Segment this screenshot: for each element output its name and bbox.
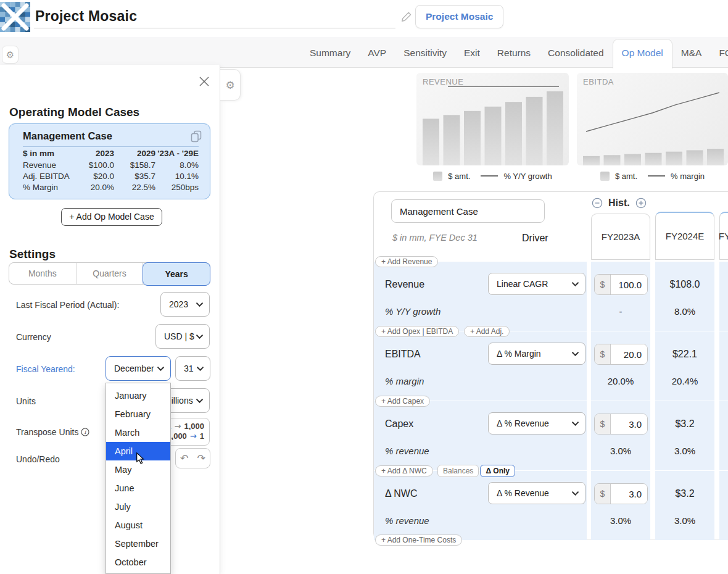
hist-controls: Hist. xyxy=(592,198,647,209)
month-option-february[interactable]: February xyxy=(106,405,170,423)
value-input[interactable] xyxy=(611,414,647,434)
month-option-july[interactable]: July xyxy=(106,497,170,516)
month-option-june[interactable]: June xyxy=(106,479,170,497)
add-hist-button[interactable] xyxy=(635,198,647,209)
month-option-october[interactable]: October xyxy=(106,553,170,572)
value-input-group: $ xyxy=(594,414,648,435)
fy2023-sub-value: 3.0% xyxy=(591,446,650,456)
copy-icon[interactable] xyxy=(190,130,202,143)
tab-bar: ⚙ SummaryAVPSensitivityExitReturnsConsol… xyxy=(0,37,728,68)
tab-m-a[interactable]: M&A xyxy=(672,39,711,68)
remove-hist-button[interactable] xyxy=(592,198,603,209)
legend-label: $ amt. xyxy=(448,172,470,181)
app-header: Project Mosaic Project Mosaic xyxy=(0,0,728,37)
fiscal-month-select[interactable]: December xyxy=(105,356,171,381)
driver-column-header: Driver xyxy=(522,233,548,244)
fy2024-value: $108.0 xyxy=(655,279,714,290)
close-panel-icon[interactable] xyxy=(197,75,211,88)
settings-gear-button[interactable]: ⚙ xyxy=(2,46,19,64)
last-fiscal-select[interactable]: 2023 xyxy=(160,292,210,317)
add-one-time-costs-chip[interactable]: + Add One-Time Costs xyxy=(375,534,462,546)
edit-pencil-icon[interactable] xyxy=(400,10,413,23)
info-icon[interactable]: i xyxy=(81,428,89,436)
tab-returns[interactable]: Returns xyxy=(489,39,539,68)
project-title-field[interactable]: Project Mosaic xyxy=(34,4,395,28)
undo-icon[interactable]: ↶ xyxy=(180,454,188,464)
nwc-toggle-option[interactable]: Balances xyxy=(437,465,479,477)
undo-redo-buttons: ↶ ↷ xyxy=(175,448,210,468)
add-chip[interactable]: + Add Revenue xyxy=(375,256,438,267)
value-input[interactable] xyxy=(611,275,647,294)
driver-select[interactable]: Δ % Margin xyxy=(488,343,585,365)
section-band xyxy=(719,262,728,331)
legend-label: $ amt. xyxy=(615,172,637,181)
case-card-cell: Revenue xyxy=(23,160,56,170)
project-mosaic-button[interactable]: Project Mosaic xyxy=(415,5,503,28)
period-option-quarters[interactable]: Quarters xyxy=(77,263,144,284)
value-input[interactable] xyxy=(611,344,647,364)
tab-consolidated[interactable]: Consolidated xyxy=(539,39,612,68)
period-option-years[interactable]: Years xyxy=(143,262,210,286)
add-chip[interactable]: + Add Adj. xyxy=(464,326,510,337)
add-op-model-case-button[interactable]: + Add Op Model Case xyxy=(61,208,162,226)
section-band xyxy=(719,471,728,540)
model-section-0: + Add RevenueRevenueLinear CAGR$$108.0% … xyxy=(374,262,728,331)
month-option-january[interactable]: January xyxy=(106,386,170,405)
chevron-down-icon xyxy=(572,422,579,426)
driver-select[interactable]: Δ % Revenue xyxy=(488,412,585,435)
nwc-toggle-option[interactable]: Δ Only xyxy=(480,465,515,477)
column-header-fy2023a: FY2023A xyxy=(591,214,650,260)
add-chip[interactable]: + Add Δ NWC xyxy=(375,465,433,476)
fy2024-sub-value: 20.4% xyxy=(655,376,714,386)
section-band xyxy=(655,331,714,401)
fiscal-yearend-label: Fiscal Yearend: xyxy=(16,364,75,374)
month-option-august[interactable]: August xyxy=(106,516,170,534)
driver-select[interactable]: Δ % Revenue xyxy=(488,482,585,504)
add-chip[interactable]: + Add Capex xyxy=(375,396,430,407)
month-option-september[interactable]: September xyxy=(106,534,170,553)
section-band xyxy=(655,471,714,540)
management-case-card[interactable]: Management Case $ in mm20232029'23A - '2… xyxy=(9,123,210,199)
tab-exit[interactable]: Exit xyxy=(455,39,489,68)
row-label: Capex xyxy=(385,418,413,430)
currency-select[interactable]: USD | $ xyxy=(155,324,210,349)
divider xyxy=(23,146,199,147)
currency-prefix: $ xyxy=(595,275,611,294)
add-chip[interactable]: + Add Opex | EBITDA xyxy=(375,326,459,337)
revenue-chart-title: REVENUE xyxy=(423,77,463,86)
bar-swatch-icon xyxy=(600,172,610,181)
month-option-november[interactable]: November xyxy=(106,572,170,574)
transpose-units-label: Transpose Units i xyxy=(16,427,89,437)
gear-icon: ⚙ xyxy=(6,49,14,60)
value-input-group: $ xyxy=(594,344,648,365)
chevron-down-icon xyxy=(197,367,204,371)
row-label: Δ NWC xyxy=(385,488,417,499)
driver-select[interactable]: Linear CAGR xyxy=(488,273,585,295)
tab-op-model[interactable]: Op Model xyxy=(613,39,672,69)
app-logo-icon xyxy=(0,2,30,32)
bar-swatch-icon xyxy=(433,172,442,181)
tab-sensitivity[interactable]: Sensitivity xyxy=(395,39,455,68)
tab-avp[interactable]: AVP xyxy=(359,39,395,68)
case-card-title: Management Case xyxy=(23,130,112,142)
fiscal-day-select[interactable]: 31 xyxy=(175,356,210,381)
case-card-cell: 10.1% xyxy=(148,172,199,181)
redo-icon[interactable]: ↷ xyxy=(197,454,205,464)
value-input[interactable] xyxy=(611,484,647,504)
case-card-cell: $100.0 xyxy=(71,160,114,170)
fy2024-sub-value: 3.0% xyxy=(655,515,714,526)
period-option-months[interactable]: Months xyxy=(9,263,77,284)
sub-metric-label: % revenue xyxy=(385,515,429,526)
model-section-1: + Add Opex | EBITDA+ Add Adj.EBITDAΔ % M… xyxy=(374,331,728,401)
op-model-table: Hist. $ in mm, FYE Dec 31 Driver FY2023A… xyxy=(373,191,728,539)
case-name-input[interactable] xyxy=(391,199,545,223)
currency-value: USD | $ xyxy=(164,331,194,341)
panel-heading: Operating Model Cases xyxy=(9,106,139,119)
tab-fcf[interactable]: FCF xyxy=(710,39,728,68)
case-card-row: % Margin20.0%22.5%250bps xyxy=(9,183,210,192)
panel-gear-tab[interactable]: ⚙ xyxy=(220,69,241,101)
case-card-cell: 250bps xyxy=(148,183,199,192)
sub-metric-label: % revenue xyxy=(385,446,429,456)
month-option-march[interactable]: March xyxy=(106,423,170,442)
tab-summary[interactable]: Summary xyxy=(301,39,359,68)
